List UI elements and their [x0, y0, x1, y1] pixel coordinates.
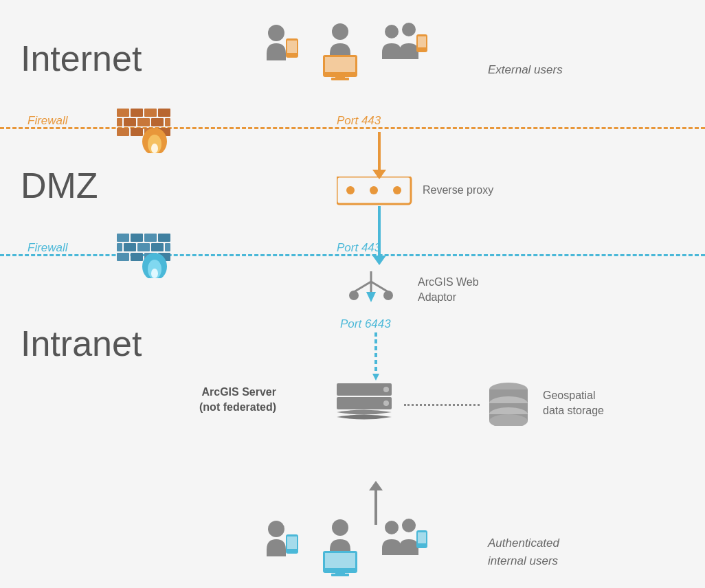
svg-rect-24	[117, 243, 122, 251]
firewall2-label: Firewall	[27, 241, 68, 255]
svg-rect-0	[117, 109, 129, 117]
arcgis-server-icon	[330, 383, 399, 424]
svg-rect-79	[418, 532, 426, 543]
firewall1-line: Firewall Port 443	[0, 127, 705, 129]
svg-rect-1	[131, 109, 143, 117]
zone-internet-label: Internet	[21, 38, 142, 79]
svg-rect-19	[158, 234, 170, 242]
svg-rect-22	[151, 243, 164, 251]
svg-point-32	[268, 25, 284, 41]
svg-point-71	[332, 519, 348, 536]
geospatial-storage-icon	[481, 381, 536, 429]
svg-point-76	[385, 521, 399, 534]
svg-point-68	[268, 521, 284, 537]
svg-rect-17	[131, 234, 143, 242]
svg-rect-75	[331, 574, 349, 576]
svg-rect-23	[165, 243, 170, 251]
svg-rect-18	[144, 234, 157, 242]
port443-1-label: Port 443	[337, 114, 381, 128]
svg-rect-37	[325, 57, 355, 72]
svg-marker-54	[366, 292, 376, 302]
server-storage-connector	[404, 404, 480, 406]
internal-users-group	[261, 515, 433, 577]
geospatial-storage-label: Geospatialdata storage	[543, 388, 604, 419]
svg-rect-43	[418, 36, 426, 47]
user3-icon	[378, 19, 433, 81]
svg-rect-9	[117, 128, 129, 136]
svg-rect-20	[124, 243, 136, 251]
firewall1-label: Firewall	[27, 114, 68, 128]
svg-rect-10	[131, 128, 143, 136]
arcgis-server-label: ArcGIS Server(not federated)	[199, 385, 276, 416]
svg-marker-56	[372, 374, 379, 381]
svg-point-46	[370, 186, 378, 194]
svg-rect-73	[325, 553, 355, 568]
svg-rect-7	[165, 118, 170, 126]
svg-point-52	[349, 291, 359, 300]
svg-rect-21	[137, 243, 150, 251]
firewall2-icon	[117, 234, 179, 281]
svg-point-15	[151, 144, 158, 153]
svg-rect-6	[151, 118, 164, 126]
zone-intranet-label: Intranet	[21, 323, 142, 364]
external-users-group	[261, 19, 433, 81]
zone-dmz-label: DMZ	[21, 165, 98, 206]
reverse-proxy-label: Reverse proxy	[423, 184, 493, 196]
firewall1-icon	[117, 109, 179, 156]
svg-rect-70	[287, 536, 297, 549]
svg-rect-39	[331, 78, 349, 80]
arrow-to-adaptor	[372, 206, 386, 265]
svg-rect-3	[158, 109, 170, 117]
svg-point-45	[346, 186, 355, 194]
svg-point-31	[151, 269, 158, 278]
web-adaptor-icon	[344, 271, 399, 312]
arrow-to-server	[372, 332, 379, 381]
svg-rect-34	[287, 41, 297, 53]
web-adaptor-label: ArcGIS WebAdaptor	[418, 275, 479, 306]
arrow-to-proxy	[372, 132, 386, 179]
svg-rect-16	[117, 234, 129, 242]
svg-rect-25	[117, 253, 129, 261]
svg-rect-26	[131, 253, 143, 261]
user2-icon	[316, 19, 364, 81]
reverse-proxy-icon	[337, 177, 412, 208]
authenticated-users-label: Authenticatedinternal users	[488, 534, 559, 569]
external-users-label: External users	[488, 63, 563, 77]
svg-point-41	[402, 23, 416, 36]
svg-point-60	[383, 400, 389, 406]
svg-rect-5	[137, 118, 150, 126]
user1-icon	[261, 19, 302, 81]
svg-point-59	[383, 387, 389, 392]
svg-rect-8	[117, 118, 122, 126]
svg-point-77	[402, 519, 416, 532]
svg-line-50	[371, 282, 388, 292]
port6443-label: Port 6443	[340, 317, 391, 331]
svg-point-35	[332, 23, 348, 40]
svg-point-47	[393, 186, 401, 194]
svg-rect-2	[144, 109, 157, 117]
svg-point-53	[383, 291, 393, 300]
firewall2-line: Firewall Port 443	[0, 254, 705, 256]
svg-point-40	[385, 25, 399, 38]
diagram: Internet DMZ Intranet Firewall Port 443 …	[0, 0, 705, 588]
svg-rect-4	[124, 118, 136, 126]
svg-line-49	[354, 282, 371, 292]
